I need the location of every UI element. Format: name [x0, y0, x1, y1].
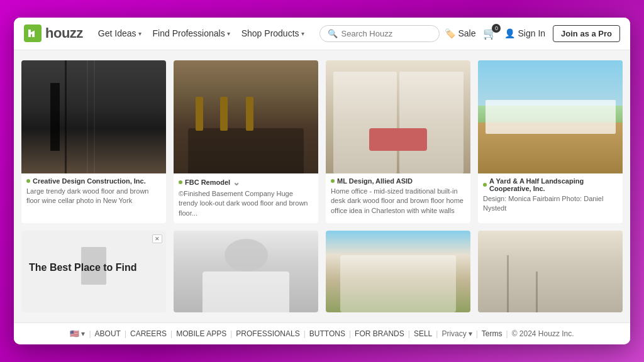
- logo[interactable]: houzz: [24, 25, 83, 42]
- join-button[interactable]: Join as a Pro: [553, 25, 620, 42]
- card-6-image: [326, 231, 470, 312]
- search-input[interactable]: [341, 29, 432, 38]
- footer-professionals[interactable]: PROFESSIONALS: [236, 329, 299, 338]
- signin-button[interactable]: 👤 Sign In: [504, 28, 545, 38]
- footer-about[interactable]: ABOUT: [95, 329, 121, 338]
- card-4-desc: Design: Monica Fairbairn Photo: Daniel N…: [483, 194, 618, 214]
- image-card-2[interactable]: FBC Remodel ⌄ ©Finished Basement Company…: [174, 60, 318, 223]
- card-7-image: [478, 231, 623, 312]
- main-window: houzz Get Ideas ▾ Find Professionals ▾ S…: [14, 18, 630, 344]
- footer-sep-4: |: [230, 329, 232, 338]
- image-card-3[interactable]: ML Design, Allied ASID Home office - mid…: [326, 60, 470, 223]
- card-2-author: FBC Remodel ⌄: [179, 177, 313, 187]
- logo-text: houzz: [45, 25, 83, 41]
- main-nav: Get Ideas ▾ Find Professionals ▾ Shop Pr…: [93, 26, 309, 41]
- footer-sep-3: |: [170, 329, 172, 338]
- footer-sep-2: |: [125, 329, 126, 338]
- footer-sell[interactable]: SELL: [414, 329, 432, 338]
- card-4-author: A Yard & A Half Landscaping Cooperative,…: [483, 177, 618, 192]
- header-actions: 🏷️ Sale 🛒 0 👤 Sign In Join as a Pro: [445, 25, 620, 42]
- footer-careers[interactable]: CAREERS: [130, 329, 167, 338]
- nav-shop-products[interactable]: Shop Products ▾: [236, 26, 309, 41]
- image-card-4[interactable]: A Yard & A Half Landscaping Cooperative,…: [478, 60, 623, 223]
- card-1-meta: Creative Design Construction, Inc. Large…: [21, 173, 166, 211]
- footer-sep-8: |: [436, 329, 438, 338]
- card-2-image: [174, 60, 318, 173]
- header: houzz Get Ideas ▾ Find Professionals ▾ S…: [14, 18, 630, 50]
- ad-close-icon[interactable]: ✕: [152, 234, 162, 243]
- author-dot-4-icon: [483, 183, 487, 187]
- card-4-meta: A Yard & A Half Landscaping Cooperative,…: [478, 173, 623, 219]
- footer: 🇺🇸 ▾ | ABOUT | CAREERS | MOBILE APPS | P…: [14, 322, 630, 344]
- search-icon: 🔍: [328, 29, 338, 38]
- image-card-5[interactable]: [174, 231, 318, 312]
- footer-sep-5: |: [304, 329, 306, 338]
- ad-card[interactable]: ✕ The Best Place to Find: [21, 231, 166, 312]
- card-2-expand-icon[interactable]: ⌄: [233, 177, 240, 187]
- card-1-image: [21, 60, 166, 173]
- author-dot-2-icon: [179, 180, 182, 184]
- image-card-7[interactable]: ▲ 1 ▼: [478, 231, 623, 312]
- sale-tag-icon: 🏷️: [445, 28, 455, 38]
- privacy-chevron-icon: ▾: [469, 329, 472, 338]
- user-icon: 👤: [504, 28, 515, 38]
- card-3-author: ML Design, Allied ASID: [331, 177, 465, 185]
- image-grid-row-1: Creative Design Construction, Inc. Large…: [24, 60, 620, 223]
- footer-mobile-apps[interactable]: MOBILE APPS: [176, 329, 226, 338]
- card-3-image: [326, 60, 470, 173]
- copyright-text: © 2024 Houzz Inc.: [512, 329, 574, 338]
- footer-sep-9: |: [476, 329, 478, 338]
- dropdown-chevron-icon: ▾: [81, 329, 85, 338]
- privacy-label: Privacy: [441, 329, 466, 338]
- footer-terms[interactable]: Terms: [482, 329, 502, 338]
- author-dot-3-icon: [331, 179, 335, 183]
- cart-button[interactable]: 🛒 0: [483, 26, 497, 40]
- footer-for-brands[interactable]: FOR BRANDS: [355, 329, 404, 338]
- card-3-desc: Home office - mid-sized traditional buil…: [331, 187, 465, 216]
- image-grid-row-2: ✕ The Best Place to Find: [24, 231, 620, 312]
- nav-get-ideas[interactable]: Get Ideas ▾: [93, 26, 147, 41]
- author-dot-icon: [26, 179, 30, 183]
- nav-find-professionals[interactable]: Find Professionals ▾: [148, 26, 235, 41]
- card-3-meta: ML Design, Allied ASID Home office - mid…: [326, 173, 470, 221]
- footer-sep-10: |: [506, 329, 508, 338]
- search-bar[interactable]: 🔍: [319, 25, 440, 42]
- flag-icon: 🇺🇸: [70, 329, 79, 338]
- image-card-1[interactable]: Creative Design Construction, Inc. Large…: [21, 60, 166, 223]
- sale-button[interactable]: 🏷️ Sale: [445, 28, 475, 38]
- card-4-image: [478, 60, 623, 173]
- language-selector[interactable]: 🇺🇸 ▾: [70, 329, 85, 338]
- footer-buttons[interactable]: BUTTONS: [309, 329, 345, 338]
- card-1-author: Creative Design Construction, Inc.: [26, 177, 161, 185]
- card-1-desc: Large trendy dark wood floor and brown f…: [26, 187, 161, 206]
- footer-sep-6: |: [349, 329, 351, 338]
- get-ideas-chevron-icon: ▾: [138, 30, 142, 37]
- footer-sep-7: |: [408, 329, 410, 338]
- card-2-meta: FBC Remodel ⌄ ©Finished Basement Company…: [174, 173, 318, 223]
- card-2-desc: ©Finished Basement Company Huge trendy l…: [179, 189, 313, 218]
- houzz-logo-icon: [24, 25, 42, 42]
- footer-sep-1: |: [89, 329, 91, 338]
- privacy-dropdown[interactable]: Privacy ▾: [441, 329, 472, 338]
- find-professionals-chevron-icon: ▾: [227, 30, 230, 37]
- shop-products-chevron-icon: ▾: [301, 30, 304, 37]
- cart-badge: 0: [492, 24, 501, 33]
- card-5-image: [174, 231, 318, 312]
- ad-text: The Best Place to Find: [29, 261, 137, 275]
- main-content: Creative Design Construction, Inc. Large…: [14, 50, 630, 322]
- image-card-6[interactable]: [326, 231, 470, 312]
